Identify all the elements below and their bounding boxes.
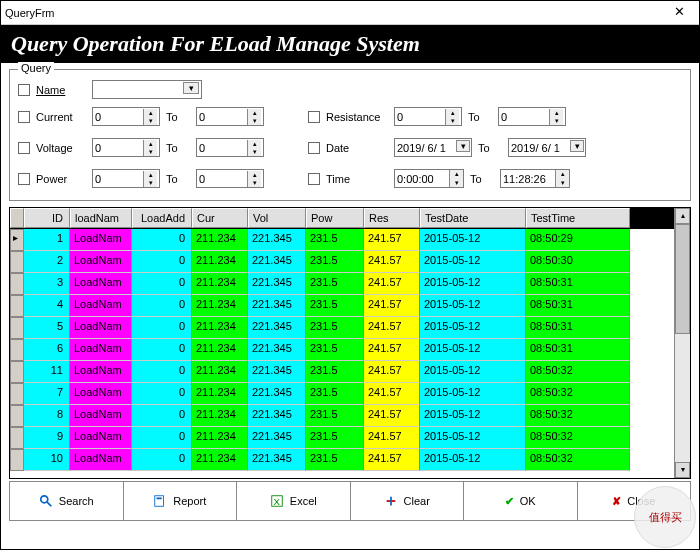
scroll-up-icon: ▴ <box>675 208 690 224</box>
current-to-input[interactable]: 0▴▾ <box>196 107 264 126</box>
table-row[interactable]: 4LoadNam0211.234221.345231.5241.572015-0… <box>10 295 674 317</box>
power-checkbox[interactable] <box>18 173 30 185</box>
power-from-input[interactable]: 0▴▾ <box>92 169 160 188</box>
resistance-label: Resistance <box>326 111 388 123</box>
name-combo[interactable] <box>92 80 202 99</box>
table-row[interactable]: 3LoadNam0211.234221.345231.5241.572015-0… <box>10 273 674 295</box>
banner-title: Query Operation For ELoad Manage System <box>1 25 699 63</box>
data-grid[interactable]: ID loadNam LoadAdd Cur Vol Pow Res TestD… <box>9 207 691 479</box>
resistance-to-input[interactable]: 0▴▾ <box>498 107 566 126</box>
date-from-input[interactable]: 2019/ 6/ 1 <box>394 138 472 157</box>
clear-icon <box>384 494 398 508</box>
table-row[interactable]: 7LoadNam0211.234221.345231.5241.572015-0… <box>10 383 674 405</box>
voltage-to-input[interactable]: 0▴▾ <box>196 138 264 157</box>
grid-header: ID loadNam LoadAdd Cur Vol Pow Res TestD… <box>10 208 674 229</box>
close-button[interactable]: ✘Close <box>578 482 691 520</box>
svg-text:X: X <box>273 496 280 507</box>
table-row[interactable]: 10LoadNam0211.234221.345231.5241.572015-… <box>10 449 674 471</box>
power-to-input[interactable]: 0▴▾ <box>196 169 264 188</box>
table-row[interactable]: 8LoadNam0211.234221.345231.5241.572015-0… <box>10 405 674 427</box>
time-to-input[interactable]: 11:28:26▴▾ <box>500 169 570 188</box>
search-button[interactable]: Search <box>10 482 124 520</box>
clear-button[interactable]: Clear <box>351 482 465 520</box>
time-label: Time <box>326 173 388 185</box>
query-legend: Query <box>18 62 54 74</box>
current-from-input[interactable]: 0▴▾ <box>92 107 160 126</box>
date-checkbox[interactable] <box>308 142 320 154</box>
window-title: QueryFrm <box>5 7 663 19</box>
name-checkbox[interactable] <box>18 84 30 96</box>
table-row[interactable]: 5LoadNam0211.234221.345231.5241.572015-0… <box>10 317 674 339</box>
ok-button[interactable]: ✔OK <box>464 482 578 520</box>
scroll-thumb <box>675 224 690 334</box>
search-icon <box>39 494 53 508</box>
voltage-checkbox[interactable] <box>18 142 30 154</box>
time-from-input[interactable]: 0:00:00▴▾ <box>394 169 464 188</box>
x-icon: ✘ <box>612 495 621 508</box>
titlebar: QueryFrm ✕ <box>1 1 699 25</box>
excel-button[interactable]: XExcel <box>237 482 351 520</box>
table-row[interactable]: 9LoadNam0211.234221.345231.5241.572015-0… <box>10 427 674 449</box>
name-label: Name <box>36 84 86 96</box>
table-row[interactable]: 2LoadNam0211.234221.345231.5241.572015-0… <box>10 251 674 273</box>
voltage-label: Voltage <box>36 142 86 154</box>
check-icon: ✔ <box>505 495 514 508</box>
time-checkbox[interactable] <box>308 173 320 185</box>
report-icon <box>153 494 167 508</box>
scroll-down-icon: ▾ <box>675 462 690 478</box>
svg-rect-3 <box>157 498 162 500</box>
current-label: Current <box>36 111 86 123</box>
svg-rect-2 <box>155 496 164 507</box>
date-to-input[interactable]: 2019/ 6/ 1 <box>508 138 586 157</box>
current-checkbox[interactable] <box>18 111 30 123</box>
resistance-from-input[interactable]: 0▴▾ <box>394 107 462 126</box>
query-group: Query Name Current 0▴▾ To 0▴▾ Voltage 0▴… <box>9 69 691 201</box>
close-icon[interactable]: ✕ <box>663 4 695 22</box>
table-row[interactable]: 6LoadNam0211.234221.345231.5241.572015-0… <box>10 339 674 361</box>
to-label: To <box>166 111 190 123</box>
table-row[interactable]: 1LoadNam0211.234221.345231.5241.572015-0… <box>10 229 674 251</box>
svg-point-0 <box>41 496 48 503</box>
power-label: Power <box>36 173 86 185</box>
resistance-checkbox[interactable] <box>308 111 320 123</box>
vertical-scrollbar[interactable]: ▴ ▾ <box>674 208 690 478</box>
table-row[interactable]: 11LoadNam0211.234221.345231.5241.572015-… <box>10 361 674 383</box>
excel-icon: X <box>270 494 284 508</box>
report-button[interactable]: Report <box>124 482 238 520</box>
button-bar: Search Report XExcel Clear ✔OK ✘Close <box>9 481 691 521</box>
svg-line-1 <box>47 502 51 506</box>
voltage-from-input[interactable]: 0▴▾ <box>92 138 160 157</box>
date-label: Date <box>326 142 388 154</box>
